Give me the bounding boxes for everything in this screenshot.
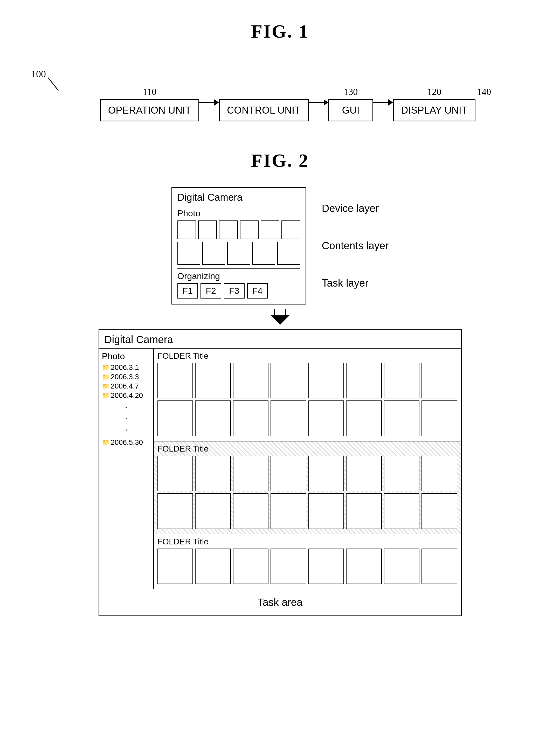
ltc-h7 xyxy=(384,456,420,491)
thumb-3 xyxy=(219,220,237,239)
ltc-h13 xyxy=(308,493,344,529)
control-unit-box: CONTROL UNIT xyxy=(219,99,309,121)
folder-icon-1: 📁 xyxy=(102,364,110,371)
contents-layer-label: Contents layer xyxy=(322,240,389,252)
folder-title-3: FOLDER Title xyxy=(157,537,457,546)
ltc-8 xyxy=(421,363,457,399)
ltc-n6 xyxy=(346,549,382,584)
ref-110-label: 110 xyxy=(143,86,156,97)
ltc-1 xyxy=(157,363,193,399)
gui-box: GUI xyxy=(328,99,373,121)
ltc-h9 xyxy=(157,493,193,529)
ltc-9 xyxy=(157,400,193,436)
ltc-h6 xyxy=(346,456,382,491)
sidebar-photo-label: Photo xyxy=(102,351,151,361)
ltc-n5 xyxy=(308,549,344,584)
large-thumb-grid-1a xyxy=(157,363,457,399)
folder-section-3: FOLDER Title xyxy=(154,534,461,589)
thumb-9 xyxy=(227,242,250,265)
thumb-7 xyxy=(178,242,200,265)
ltc-16 xyxy=(421,400,457,436)
folder-section-2: FOLDER Title xyxy=(154,442,461,534)
task-btn-f1: F1 xyxy=(178,283,198,298)
operation-unit-box: OPERATION UNIT xyxy=(100,99,199,121)
large-panel-title: Digital Camera xyxy=(99,330,461,349)
device-layer-label: Device layer xyxy=(322,203,389,214)
ltc-h12 xyxy=(271,493,306,529)
task-btn-f2: F2 xyxy=(201,283,221,298)
task-area: Task area xyxy=(99,589,461,615)
ltc-n8 xyxy=(421,549,457,584)
small-panel: Digital Camera Photo xyxy=(171,187,306,305)
ltc-12 xyxy=(271,400,306,436)
large-thumb-grid-1b xyxy=(157,400,457,436)
large-thumb-grid-2a xyxy=(157,456,457,491)
display-unit-box: DISPLAY UNIT xyxy=(393,99,476,121)
folder-icon-4: 📁 xyxy=(102,392,110,399)
svg-line-0 xyxy=(48,77,58,90)
ltc-h8 xyxy=(421,456,457,491)
ltc-n1 xyxy=(157,549,193,584)
ltc-h15 xyxy=(384,493,420,529)
ltc-5 xyxy=(308,363,344,399)
sidebar-item-5: 📁 2006.5.30 xyxy=(102,438,151,447)
ltc-3 xyxy=(233,363,269,399)
task-btn-f4: F4 xyxy=(247,283,268,298)
ltc-h4 xyxy=(271,456,306,491)
ref-130-label: 130 xyxy=(344,86,358,97)
ltc-h3 xyxy=(233,456,269,491)
sidebar-item-4: 📁 2006.4.20 xyxy=(102,391,151,400)
ltc-h11 xyxy=(233,493,269,529)
fig1-title: FIG. 1 xyxy=(0,0,560,42)
fig2-title: FIG. 2 xyxy=(0,150,560,172)
ltc-h10 xyxy=(195,493,231,529)
thumb-10 xyxy=(253,242,275,265)
ltc-n7 xyxy=(384,549,420,584)
folder-title-2: FOLDER Title xyxy=(157,444,457,454)
ref-140-label: 140 xyxy=(477,86,491,97)
thumb-8 xyxy=(202,242,225,265)
ltc-h14 xyxy=(346,493,382,529)
sidebar-item-3: 📁 2006.4.7 xyxy=(102,382,151,390)
sidebar-dots: ··· xyxy=(102,402,151,436)
folder-icon-3: 📁 xyxy=(102,383,110,390)
ltc-h2 xyxy=(195,456,231,491)
sidebar: Photo 📁 2006.3.1 📁 2006.3.3 📁 2006.4.7 xyxy=(99,349,154,589)
large-panel: Digital Camera Photo 📁 2006.3.1 📁 2006.3… xyxy=(98,329,462,616)
thumb-1 xyxy=(178,220,196,239)
ltc-4 xyxy=(271,363,306,399)
ltc-n4 xyxy=(271,549,306,584)
ltc-11 xyxy=(233,400,269,436)
ltc-h1 xyxy=(157,456,193,491)
ref-120-label: 120 xyxy=(427,86,441,97)
down-arrow xyxy=(271,309,289,325)
thumb-row-2 xyxy=(178,242,300,265)
ltc-14 xyxy=(346,400,382,436)
small-panel-title: Digital Camera xyxy=(178,192,300,203)
ltc-h16 xyxy=(421,493,457,529)
ltc-10 xyxy=(195,400,231,436)
large-thumb-grid-2b xyxy=(157,493,457,529)
fig1-section: FIG. 1 100 110 OPERATION UNIT CONTROL UN… xyxy=(0,0,560,121)
ltc-2 xyxy=(195,363,231,399)
small-panel-photo: Photo xyxy=(178,208,300,218)
task-layer-label: Task layer xyxy=(322,277,389,289)
thumb-4 xyxy=(240,220,259,239)
task-btn-f3: F3 xyxy=(224,283,244,298)
large-thumb-grid-3a xyxy=(157,549,457,584)
folder-title-1: FOLDER Title xyxy=(157,351,457,361)
ltc-6 xyxy=(346,363,382,399)
ltc-n3 xyxy=(233,549,269,584)
organizing-label: Organizing xyxy=(178,271,300,281)
sidebar-item-2: 📁 2006.3.3 xyxy=(102,373,151,381)
folder-section-1: FOLDER Title xyxy=(154,349,461,442)
thumb-2 xyxy=(198,220,217,239)
task-buttons: F1 F2 F3 F4 xyxy=(178,283,300,298)
thumb-6 xyxy=(281,220,300,239)
ltc-h5 xyxy=(308,456,344,491)
folder-icon-5: 📁 xyxy=(102,439,110,446)
sidebar-item-1: 📁 2006.3.1 xyxy=(102,363,151,372)
ltc-13 xyxy=(308,400,344,436)
ltc-n2 xyxy=(195,549,231,584)
ltc-7 xyxy=(384,363,420,399)
